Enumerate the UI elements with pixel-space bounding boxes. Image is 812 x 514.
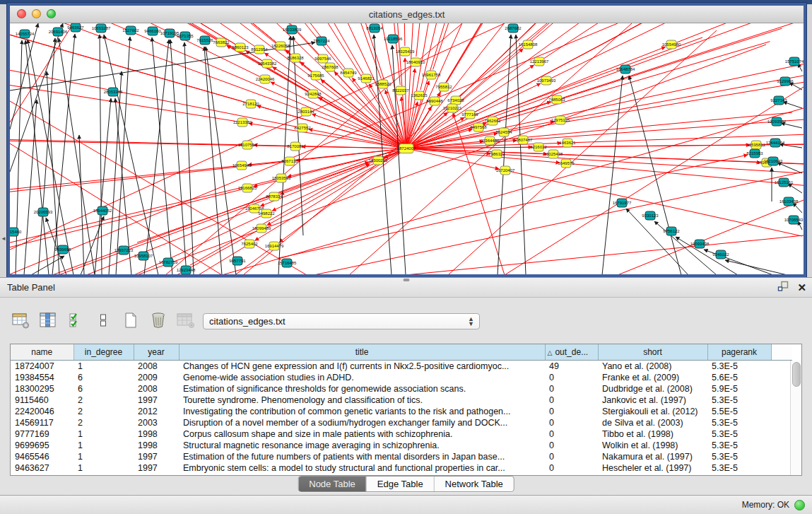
graph-node[interactable]: 9175685 [307, 71, 324, 80]
row-height-icon[interactable] [94, 311, 112, 329]
table-cell[interactable]: Jankovic et al. (1997) [598, 395, 707, 406]
table-row[interactable]: 911546021997Tourette syndrome. Phenomeno… [11, 395, 792, 406]
table-cell[interactable]: Tourette syndrome. Phenomenology and cla… [179, 395, 545, 406]
memory-status-icon[interactable] [794, 500, 805, 510]
table-select-dropdown[interactable]: citations_edges.txt ▲▼ [203, 313, 480, 329]
column-header-pagerank[interactable]: pagerank [707, 344, 771, 361]
table-cell[interactable]: 6 [73, 383, 134, 395]
table-cell[interactable]: 2 [73, 406, 134, 417]
table-cell[interactable]: 2 [73, 395, 134, 406]
table-cell[interactable]: 0 [545, 395, 598, 406]
table-cell[interactable]: 5.6E-5 [707, 372, 771, 383]
graph-node[interactable]: 10093438 [690, 240, 710, 248]
graph-node[interactable]: 19218596 [384, 35, 403, 43]
graph-node[interactable]: 9097546 [314, 54, 331, 63]
table-cell[interactable]: 2008 [134, 361, 179, 373]
table-cell[interactable]: 5.3E-5 [707, 428, 771, 440]
graph-node[interactable]: 16791977 [613, 199, 632, 207]
table-cell[interactable]: 0 [545, 383, 598, 395]
table-cell[interactable]: 9777169 [11, 428, 73, 440]
table-settings-icon[interactable] [11, 311, 30, 329]
graph-node[interactable]: 10958107 [134, 252, 153, 260]
graph-node[interactable]: 7625402 [241, 240, 258, 248]
table-cell[interactable]: Stergiakouli et al. (2012) [598, 406, 707, 417]
graph-node[interactable]: 11595812 [747, 141, 766, 149]
graph-node[interactable]: 9463627 [67, 23, 84, 32]
graph-node[interactable]: 7857224 [313, 37, 330, 45]
graph-node[interactable]: 20691406 [49, 28, 68, 36]
table-cell[interactable]: 0 [545, 406, 598, 417]
table-cell[interactable]: Yano et al. (2008) [598, 361, 707, 373]
table-cell[interactable]: 1998 [134, 440, 179, 451]
table-cell[interactable]: 6 [73, 372, 134, 383]
table-cell[interactable]: 2 [73, 417, 134, 428]
graph-node[interactable]: 9466160 [144, 27, 161, 35]
table-row[interactable]: 977716911998Corpus callosum shape and si… [11, 428, 792, 440]
table-cell[interactable]: 19384554 [11, 372, 73, 383]
table-cell[interactable]: 5.3E-5 [707, 417, 771, 428]
column-header-title[interactable]: title [179, 344, 545, 361]
table-cell[interactable]: 1 [73, 428, 134, 440]
table-row[interactable]: 946362711997Embryonic stem cells: a mode… [11, 462, 792, 474]
graph-node[interactable]: 2867608 [322, 63, 339, 71]
zoom-window-button[interactable] [47, 9, 56, 18]
graph-node[interactable]: 12444154 [766, 139, 785, 147]
table-row[interactable]: 969969511998Structural magnetic resonanc… [11, 440, 792, 451]
table-cell[interactable]: 5.3E-5 [707, 451, 771, 462]
graph-node[interactable]: 9227343 [770, 96, 787, 105]
table-row[interactable]: 1830029562008Estimation of significance … [11, 383, 792, 395]
table-cell[interactable]: Dudbridge et al. (2008) [598, 383, 707, 395]
table-cell[interactable]: 5.3E-5 [707, 361, 771, 373]
table-cell[interactable]: Estimation of significance thresholds fo… [179, 383, 545, 395]
table-cell[interactable]: Corpus callosum shape and size in male p… [179, 428, 545, 440]
float-window-icon[interactable] [777, 281, 789, 294]
graph-node[interactable]: 8215953 [746, 149, 763, 158]
tab-edge-table[interactable]: Edge Table [367, 477, 435, 491]
table-cell[interactable]: 1 [73, 462, 134, 474]
table-cell[interactable]: 0 [545, 417, 598, 428]
graph-node[interactable]: 8878334 [266, 192, 283, 201]
table-cell[interactable]: 49 [545, 361, 598, 373]
table-cell[interactable]: 0 [545, 462, 598, 474]
table-cell[interactable]: Nakamura et al. (1997) [598, 451, 707, 462]
table-cell[interactable]: 5.5E-5 [707, 406, 771, 417]
table-cell[interactable]: 1 [73, 451, 134, 462]
minimize-window-button[interactable] [32, 9, 41, 18]
table-cell[interactable]: Investigating the contribution of common… [179, 406, 545, 417]
table-cell[interactable]: 5.9E-5 [707, 383, 771, 395]
graph-node[interactable]: 10654943 [233, 161, 252, 170]
graph-node[interactable]: 16720407 [496, 166, 515, 175]
delete-table-icon[interactable] [149, 311, 167, 329]
table-cell[interactable]: 9115460 [11, 395, 73, 406]
tab-node-table[interactable]: Node Table [298, 477, 367, 491]
graph-node[interactable]: 1527602 [122, 26, 139, 35]
table-cell[interactable]: 1997 [134, 451, 179, 462]
table-cell[interactable]: 14569117 [11, 417, 73, 428]
table-vertical-scrollbar[interactable] [790, 361, 801, 475]
column-header-out_de[interactable]: △out_de... [545, 344, 598, 361]
table-cell[interactable]: Estimation of the future numbers of pati… [179, 451, 545, 462]
column-header-in_degree[interactable]: in_degree [73, 344, 134, 361]
graph-node[interactable]: 15716485 [278, 259, 297, 267]
select-rows-icon[interactable] [66, 311, 85, 329]
table-cell[interactable]: Hescheler et al. (1997) [598, 462, 707, 474]
graph-node[interactable]: 19166825 [238, 184, 257, 192]
graph-node[interactable]: 10706543 [784, 216, 804, 224]
graph-node[interactable]: 18724007 [397, 144, 416, 153]
table-cell[interactable]: 0 [545, 372, 598, 383]
table-cell[interactable]: 9463627 [11, 462, 73, 474]
table-cell[interactable]: 0 [545, 440, 598, 451]
window-titlebar[interactable]: citations_edges.txt [10, 6, 804, 23]
graph-node[interactable]: 10543382 [258, 59, 277, 68]
graph-node[interactable]: 18099489 [252, 224, 271, 233]
table-cell[interactable]: Structural magnetic resonance image aver… [179, 440, 545, 451]
table-cell[interactable]: 1 [73, 361, 134, 373]
graph-node[interactable]: 10653287 [92, 24, 111, 33]
table-row[interactable]: 1872400712008Changes of HCN gene express… [11, 361, 792, 373]
table-row[interactable]: 2242004622012Investigating the contribut… [11, 406, 792, 417]
graph-node[interactable]: 8170081 [287, 142, 304, 151]
table-row[interactable]: 1938455462009Genome-wide association stu… [11, 372, 792, 383]
table-cell[interactable]: 1997 [134, 395, 179, 406]
panel-collapse-arrow[interactable]: ◄ [1, 235, 6, 242]
table-cell[interactable]: 9465546 [11, 451, 73, 462]
